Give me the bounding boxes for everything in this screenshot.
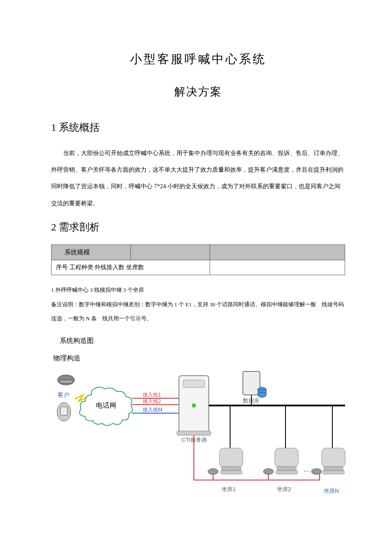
pstn-label: 电话网 <box>96 402 116 409</box>
table-header-blank2 <box>210 244 345 260</box>
doc-subtitle: 解决方案 <box>51 84 345 99</box>
svg-rect-22 <box>324 466 343 471</box>
svg-rect-17 <box>275 448 298 467</box>
svg-point-12 <box>258 392 266 397</box>
agent-n-label: 坐席N <box>324 488 339 494</box>
mobile-icon <box>57 403 71 421</box>
architecture-diagram: 客户 电话网 接入线1 接入线2 接入线M CTI服务器 <box>51 365 345 507</box>
table-group-header: 系统规模 <box>52 244 131 260</box>
svg-point-16 <box>208 469 218 474</box>
section-2-heading: 2 需求剖析 <box>51 220 345 234</box>
table-note: 备注说明：数字中继和模拟中继差别：数字中继为 1 个 E1，支持 30 个话路同… <box>51 297 345 326</box>
table-blank-cell <box>210 260 345 275</box>
table-header-blank1 <box>131 244 210 260</box>
access-line-1-label: 接入线1 <box>143 392 161 398</box>
table-row-1: 1 外呼呼喊中心 3 线模拟中继 3 个坐席 <box>51 283 345 297</box>
svg-rect-19 <box>276 471 297 474</box>
spec-table: 系统规模 序号 工程种类 外线接入数 坐席数 <box>51 244 345 275</box>
database-icon: 数据库 <box>243 371 266 405</box>
agent-1-label: 坐席1 <box>222 486 236 492</box>
physical-structure-heading: 物理构造 <box>53 354 345 363</box>
svg-rect-23 <box>323 471 344 474</box>
section-1-paragraph: 当前，大部份公司开始成立呼喊中心系统，用于集中办理与现有业务有关的咨询、投诉、售… <box>51 145 345 212</box>
svg-point-24 <box>311 469 322 474</box>
structure-heading: 系统构造图 <box>60 336 345 345</box>
svg-rect-13 <box>219 448 243 467</box>
cti-server-icon: CTI服务器 <box>177 376 211 443</box>
pstn-cloud-icon: 电话网 <box>80 387 133 426</box>
agent-1-icon: 坐席1 <box>208 448 243 492</box>
database-label: 数据库 <box>243 397 259 404</box>
table-columns-label: 序号 工程种类 外线接入数 坐席数 <box>52 260 210 275</box>
access-line-2-label: 接入线2 <box>143 398 161 404</box>
doc-title: 小型客服呼喊中心系统 <box>51 51 345 67</box>
document-page: 小型客服呼喊中心系统 解决方案 1 系统概括 当前，大部份公司开始成立呼喊中心系… <box>0 0 392 533</box>
svg-point-7 <box>192 403 196 408</box>
customer-label: 客户 <box>58 391 69 398</box>
section-1-heading: 1 系统概括 <box>51 121 345 134</box>
svg-rect-14 <box>222 466 241 471</box>
phone-icon <box>58 375 75 385</box>
agent-n-icon: 坐席N <box>311 448 345 494</box>
agent-2-icon: 坐席2 … <box>263 448 310 492</box>
svg-rect-15 <box>221 471 242 474</box>
svg-rect-18 <box>277 466 296 471</box>
svg-rect-9 <box>243 371 260 395</box>
svg-rect-3 <box>61 407 67 415</box>
access-line-m-label: 接入线M <box>143 407 162 413</box>
svg-rect-21 <box>322 448 345 467</box>
svg-rect-1 <box>60 380 72 383</box>
svg-rect-5 <box>177 431 211 435</box>
svg-rect-6 <box>183 380 205 388</box>
ellipsis-icon: … <box>303 466 310 473</box>
agent-2-label: 坐席2 <box>277 486 291 492</box>
svg-point-20 <box>263 469 274 474</box>
